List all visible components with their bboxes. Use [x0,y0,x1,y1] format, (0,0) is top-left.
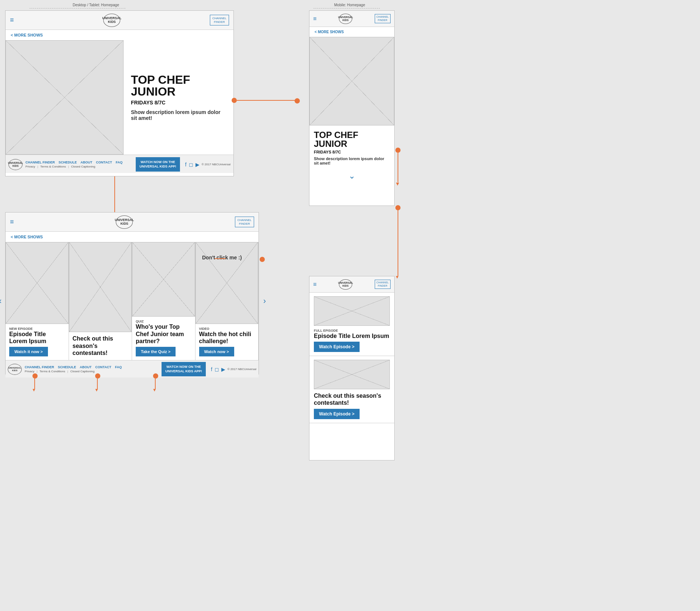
desktop-bottom-footer-watch[interactable]: WATCH NOW ON THE UNIVERSAL KIDS APP! [162,362,206,376]
db-facebook-icon[interactable]: f [211,366,212,372]
mobile-bottom-hamburger[interactable]: ≡ [313,281,316,288]
mobile-hero-subtitle: FRIDAYS 8/7C [314,150,390,154]
desktop-bottom-more-shows[interactable]: MORE SHOWS [6,232,259,242]
footer-nav: CHANNEL FINDER SCHEDULE ABOUT CONTACT FA… [25,160,133,168]
footer-schedule[interactable]: SCHEDULE [59,160,77,164]
orange-arrow-mobile-mid-v [398,210,398,276]
mobile-card-2-title: Check out this season's contestants! [314,392,390,406]
logo: UNIVERSAL KIDS [103,14,120,27]
mobile-hero-image [309,37,394,125]
content-card-2: Check out this season's contestants! [69,242,132,360]
orange-arrowhead-h: ⬤ [294,97,300,103]
mobile-hamburger-icon[interactable]: ≡ [313,15,316,22]
desktop-bottom-copyright: © 2017 NBCUniversal [228,367,256,371]
card-1-body: NEW EPISODE Episode Title Lorem Ipsum Wa… [6,324,69,360]
annotation-line-top-right [313,8,380,8]
db-footer-schedule[interactable]: SCHEDULE [58,365,76,369]
footer-privacy[interactable]: Privacy [25,165,35,168]
mobile-top-navbar: ≡ UNIVERSAL KIDS CHANNEL FINDER [309,11,394,27]
db-footer-faq[interactable]: FAQ [115,365,122,369]
mobile-top-screen: ≡ UNIVERSAL KIDS CHANNEL FINDER MORE SHO… [309,10,395,206]
desktop-bottom-navbar: ≡ UNIVERSAL KIDS CHANNEL FINDER [6,213,259,232]
hero-subtitle: FRIDAYS 8/7C [131,100,226,106]
footer-about[interactable]: ABOUT [80,160,92,164]
facebook-icon[interactable]: f [185,162,187,168]
mobile-more-shows-link[interactable]: MORE SHOWS [309,27,394,37]
mobile-card-2-watch-button[interactable]: Watch Episode > [314,409,360,419]
desktop-bottom-channel-finder[interactable]: CHANNEL FINDER [235,217,254,227]
mobile-scroll-down-chevron[interactable]: ⌄ [309,169,394,183]
orange-arrowhead-v-down: ▼ [395,181,400,187]
mobile-channel-finder[interactable]: CHANNEL FINDER [375,14,391,23]
desktop-bottom-footer-nav-bottom: Privacy | Terms & Conditions | Closed Ca… [25,370,159,373]
mobile-card-1-image [314,296,390,326]
card-3-tag: QUIZ [136,320,191,323]
card-3-title: Who's your Top Chef Junior team partner? [136,323,191,345]
mobile-card-1-watch-button[interactable]: Watch Episode > [314,342,360,352]
desktop-bottom-footer-logo: UNIVERSAL KIDS [8,364,22,375]
footer-social: f ◻ ▶ [185,162,200,168]
mobile-card-2-image [314,360,390,389]
footer-cc[interactable]: Closed Captioning [71,165,95,168]
db-footer-about[interactable]: ABOUT [80,365,91,369]
card-1-watch-button[interactable]: Watch it now > [9,347,48,356]
card-3-image [132,242,195,317]
hamburger-icon[interactable]: ≡ [10,16,14,24]
card-3-quiz-button[interactable]: Take the Quiz > [136,347,176,356]
channel-finder-button[interactable]: CHANNEL FINDER [210,15,229,25]
db-instagram-icon[interactable]: ◻ [215,366,219,372]
db-footer-contact[interactable]: CONTACT [95,365,111,369]
footer-terms[interactable]: Terms & Conditions [40,165,66,168]
annotation-desktop-label: Desktop / Tablet: Homepage [44,3,148,7]
mobile-card-2: Check out this season's contestants! Wat… [309,356,394,423]
footer-contact[interactable]: CONTACT [96,160,112,164]
annotation-mobile-label: Mobile: Homepage [309,3,390,7]
footer-faq[interactable]: FAQ [116,160,123,164]
more-shows-link[interactable]: MORE SHOWS [6,30,233,40]
content-card-3: QUIZ Who's your Top Chef Junior team par… [132,242,195,360]
orange-dot-footer-1 [32,373,38,379]
dont-click-annotation: Don't click me :) [202,255,242,260]
db-footer-privacy[interactable]: Privacy [25,370,34,373]
carousel-next-arrow[interactable]: › [263,296,266,306]
orange-dot-mobile-mid [395,205,401,210]
mobile-bottom-navbar: ≡ UNIVERSAL KIDS CHANNEL FINDER [309,276,394,293]
db-youtube-icon[interactable]: ▶ [221,366,225,372]
orange-arrow-footer-1-down: ▼ [32,387,36,393]
desktop-bottom-footer-nav-top: CHANNEL FINDER SCHEDULE ABOUT CONTACT FA… [25,365,159,369]
db-footer-channel-finder[interactable]: CHANNEL FINDER [25,365,54,369]
mobile-card-1-title: Episode Title Lorem Ipsum [314,332,390,339]
footer-channel-finder[interactable]: CHANNEL FINDER [25,160,55,164]
carousel-prev-arrow[interactable]: ‹ [0,296,1,306]
hero-content: TOP CHEF JUNIOR FRIDAYS 8/7C Show descri… [124,40,233,155]
footer-copyright: © 2017 NBCUniversal [202,163,231,166]
instagram-icon[interactable]: ◻ [189,162,193,168]
orange-arrow-footer-3-down: ▼ [152,387,157,393]
mobile-bottom-logo: UNIVERSAL KIDS [339,279,352,290]
footer-watch-button[interactable]: WATCH NOW ON THE UNIVERSAL KIDS APP! [136,157,180,172]
mobile-bottom-screen: ≡ UNIVERSAL KIDS CHANNEL FINDER FULL EPI… [309,276,395,460]
footer-nav-top: CHANNEL FINDER SCHEDULE ABOUT CONTACT FA… [25,160,133,164]
orange-dot-1 [232,98,237,103]
card-3-body: QUIZ Who's your Top Chef Junior team par… [132,317,195,360]
orange-dot-dont-click [260,257,265,262]
card-4-tag: VIDEO [199,327,255,331]
card-4-watch-button[interactable]: Watch now > [199,347,234,356]
hero-title: TOP CHEF JUNIOR [131,74,226,97]
desktop-bottom-footer-social: f ◻ ▶ [211,366,225,372]
desktop-bottom-footer: UNIVERSAL KIDS CHANNEL FINDER SCHEDULE A… [6,360,259,377]
db-footer-terms[interactable]: Terms & Conditions [39,370,65,373]
desktop-top-screen: ≡ UNIVERSAL KIDS CHANNEL FINDER MORE SHO… [5,10,234,176]
card-1-title: Episode Title Lorem Ipsum [9,331,65,345]
card-2-title: Check out this season's contestants! [73,335,128,356]
desktop-bottom-hamburger[interactable]: ≡ [10,218,14,226]
youtube-icon[interactable]: ▶ [195,162,200,168]
annotation-line-top-left [30,8,125,8]
card-1-image [6,242,69,324]
mobile-hero-content: TOP CHEF JUNIOR FRIDAYS 8/7C Show descri… [309,125,394,169]
mobile-hero-description: Show description lorem ipsum dolor sit a… [314,156,390,165]
db-footer-cc[interactable]: Closed Captioning [70,370,94,373]
orange-connector-v-main [114,176,115,213]
desktop-bottom-logo: UNIVERSAL KIDS [116,215,133,229]
mobile-bottom-channel-finder[interactable]: CHANNEL FINDER [375,280,391,289]
